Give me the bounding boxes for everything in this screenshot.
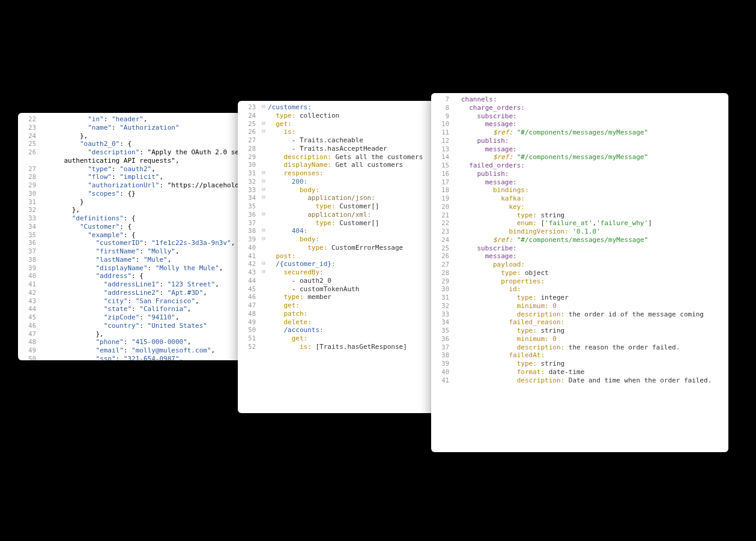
- line-number[interactable]: 45: [238, 285, 259, 294]
- line-number[interactable]: 29: [238, 153, 259, 162]
- fold-gutter[interactable]: [40, 198, 48, 207]
- code-line[interactable]: 33 description: the order id of the mess…: [431, 310, 728, 319]
- code-line[interactable]: 22 "in": "header",: [18, 115, 246, 124]
- line-number[interactable]: 35: [431, 327, 453, 335]
- code-line[interactable]: 42⊟ /{customer_id}:: [238, 260, 436, 268]
- code-line[interactable]: 25 "oauth2_0": {: [18, 140, 246, 148]
- line-number[interactable]: 31: [431, 294, 453, 302]
- line-number[interactable]: 25: [431, 244, 453, 253]
- code-line[interactable]: 16 publish:: [431, 170, 728, 178]
- code-line[interactable]: 27 "type": "oauth2",: [18, 165, 246, 174]
- fold-toggle[interactable]: ⊟: [259, 169, 268, 178]
- code-line[interactable]: 28 "flow": "implicit",: [18, 173, 246, 181]
- code-line[interactable]: 38 "lastName": "Mule",: [18, 256, 246, 264]
- code-line[interactable]: 49 "email": "molly@mulesoft.com",: [18, 346, 246, 355]
- code-line[interactable]: 26 "description": "Apply the OAuth 2.0 s…: [18, 148, 246, 157]
- code-line[interactable]: 44 - oauth2_0: [238, 277, 436, 285]
- code-line[interactable]: 34 failed_reason:: [431, 318, 728, 327]
- code-block[interactable]: 23⊟/customers:24 type: collection25⊟ get…: [238, 101, 436, 354]
- line-number[interactable]: 29: [18, 181, 40, 190]
- code-line[interactable]: 23 "name": "Authorization": [18, 124, 246, 132]
- code-line[interactable]: 22 enum: ['failure_at','failure_why']: [431, 219, 728, 228]
- line-number[interactable]: 29: [431, 277, 453, 286]
- code-line[interactable]: 36⊟ application/xml:: [238, 211, 436, 219]
- fold-gutter[interactable]: [40, 157, 48, 165]
- line-number[interactable]: 14: [431, 153, 453, 162]
- code-line[interactable]: 40 type: CustomErrorMessage: [238, 244, 436, 252]
- line-number[interactable]: 35: [238, 202, 259, 211]
- fold-gutter[interactable]: [40, 256, 48, 264]
- line-number[interactable]: 38: [431, 351, 453, 360]
- fold-gutter[interactable]: [40, 297, 48, 306]
- line-number[interactable]: 50: [18, 355, 40, 360]
- fold-gutter[interactable]: [40, 305, 48, 313]
- line-number[interactable]: 38: [238, 227, 259, 235]
- code-line[interactable]: 26 message:: [431, 252, 728, 261]
- line-number[interactable]: 16: [431, 170, 453, 178]
- code-line[interactable]: 19 kafka:: [431, 195, 728, 203]
- fold-toggle[interactable]: ⊟: [259, 186, 268, 195]
- code-line[interactable]: 37 "firstName": "Molly",: [18, 247, 246, 256]
- code-line[interactable]: 40 "address": {: [18, 272, 246, 280]
- line-number[interactable]: 24: [18, 132, 40, 141]
- code-line[interactable]: 31⊟ responses:: [238, 169, 436, 178]
- code-line[interactable]: 30 id:: [431, 285, 728, 294]
- line-number[interactable]: 26: [18, 148, 40, 157]
- line-number[interactable]: 22: [18, 115, 40, 124]
- fold-gutter[interactable]: [40, 115, 48, 124]
- line-number[interactable]: 33: [238, 186, 259, 195]
- line-number[interactable]: 35: [18, 231, 40, 240]
- fold-gutter[interactable]: [40, 173, 48, 181]
- fold-toggle[interactable]: ⊟: [259, 227, 268, 235]
- code-line[interactable]: 34 "Customer": {: [18, 223, 246, 231]
- code-line[interactable]: 33 "definitions": {: [18, 214, 246, 223]
- code-line[interactable]: 34⊟ application/json:: [238, 194, 436, 202]
- code-line[interactable]: 29 "authorizationUrl": "https://placehol…: [18, 181, 246, 190]
- code-line[interactable]: 32 },: [18, 206, 246, 214]
- code-line[interactable]: 20 key:: [431, 203, 728, 211]
- line-number[interactable]: 41: [18, 280, 40, 289]
- code-line[interactable]: 8 charge_orders:: [431, 104, 728, 112]
- fold-gutter[interactable]: [40, 280, 48, 289]
- code-line[interactable]: 9 subscribe:: [431, 112, 728, 121]
- line-number[interactable]: 26: [431, 252, 453, 261]
- code-line[interactable]: 47 get:: [238, 301, 436, 310]
- code-line[interactable]: 15 failed_orders:: [431, 162, 728, 170]
- code-line[interactable]: 46 type: member: [238, 293, 436, 301]
- line-number[interactable]: 9: [431, 112, 453, 121]
- code-line[interactable]: 44 "state": "California",: [18, 305, 246, 313]
- line-number[interactable]: 22: [431, 219, 453, 228]
- fold-gutter[interactable]: [40, 322, 48, 330]
- line-number[interactable]: 47: [18, 330, 40, 339]
- line-number[interactable]: 44: [238, 277, 259, 285]
- code-line[interactable]: 36 minimum: 0: [431, 335, 728, 343]
- code-line[interactable]: 28 - Traits.hasAcceptHeader: [238, 145, 436, 153]
- line-number[interactable]: 36: [238, 211, 259, 219]
- fold-gutter[interactable]: [40, 181, 48, 190]
- code-block[interactable]: 22 "in": "header",23 "name": "Authorizat…: [18, 113, 246, 360]
- line-number[interactable]: 26: [238, 128, 259, 136]
- fold-toggle[interactable]: ⊟: [259, 260, 268, 268]
- code-line[interactable]: 48 patch:: [238, 310, 436, 318]
- fold-gutter[interactable]: [40, 132, 48, 141]
- code-line[interactable]: 11 $ref: "#/components/messages/myMessag…: [431, 128, 728, 137]
- line-number[interactable]: 7: [431, 95, 453, 104]
- code-line[interactable]: 24 },: [18, 132, 246, 141]
- line-number[interactable]: 10: [431, 120, 453, 128]
- code-line[interactable]: 52 is: [Traits.hasGetResponse]: [238, 343, 436, 351]
- line-number[interactable]: 32: [238, 178, 259, 186]
- line-number[interactable]: 33: [18, 214, 40, 223]
- code-line[interactable]: 50 "ssn": "321-654-0987",: [18, 355, 246, 360]
- code-line[interactable]: 24 type: collection: [238, 112, 436, 120]
- line-number[interactable]: 27: [18, 165, 40, 174]
- fold-gutter[interactable]: [40, 355, 48, 360]
- fold-gutter[interactable]: [40, 313, 48, 322]
- code-line[interactable]: 12 publish:: [431, 137, 728, 145]
- code-line[interactable]: 51 get:: [238, 334, 436, 343]
- line-number[interactable]: 34: [431, 318, 453, 327]
- line-number[interactable]: 19: [431, 195, 453, 203]
- code-line[interactable]: 17 message:: [431, 178, 728, 187]
- line-number[interactable]: 43: [238, 268, 259, 277]
- line-number[interactable]: 33: [431, 310, 453, 319]
- line-number[interactable]: 37: [238, 219, 259, 228]
